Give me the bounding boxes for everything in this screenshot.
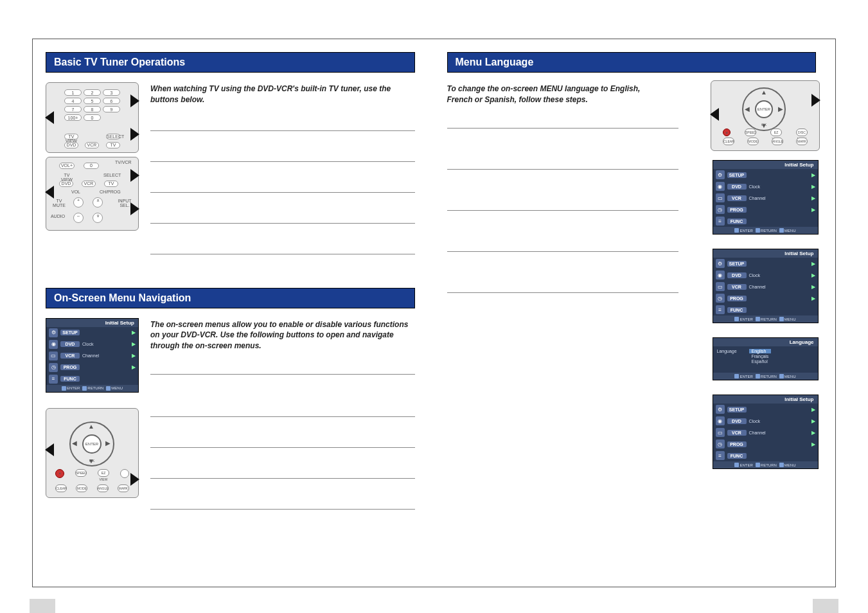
sliders-icon: ≡ <box>716 217 725 226</box>
clock-icon: ◷ <box>716 205 725 214</box>
up-arrow-icon: ▲ <box>88 423 94 430</box>
remote-volume-illustration: VOL+ 0 TV/VCR TV VIEW SELECT DVD VCR TV … <box>46 157 139 231</box>
vol-plus-pill: VOL+ <box>59 163 75 169</box>
osd-footer-menu: MENU <box>784 229 796 233</box>
sliders-icon: ≡ <box>716 451 725 460</box>
page-tab-right <box>813 599 838 613</box>
blank-line <box>150 431 415 448</box>
osd-tab-setup: SETUP <box>727 261 747 267</box>
left-arrow-icon: ◀ <box>745 105 750 112</box>
osd-tab-dvd: DVD <box>727 418 747 424</box>
osd-tab-vcr: VCR <box>727 284 747 290</box>
section2-intro-row: Initial Setup ⚙SETUP▶ ◉DVDClock▶ ▭VCRCha… <box>46 318 415 524</box>
play-icon: ▶ <box>811 284 815 290</box>
minus-button: – <box>73 213 84 223</box>
osd-footer-menu: MENU <box>784 463 796 467</box>
mode-button: MODE <box>747 138 759 145</box>
clock-icon: ◷ <box>49 363 58 372</box>
mark-button: MARK <box>796 138 808 145</box>
key-4: 4 <box>64 98 82 104</box>
lang-option-francais: Français <box>749 354 772 359</box>
angle-button: ANGLE <box>772 138 783 145</box>
left-page: Basic TV Tuner Operations 1 2 3 4 5 6 7 <box>33 39 434 587</box>
dvd-pill-2: DVD <box>59 181 73 187</box>
osd-item-clock: Clock <box>82 342 129 346</box>
clock-icon: ◷ <box>716 440 725 449</box>
tape-icon: ▭ <box>716 428 725 437</box>
lang-option-english: English <box>749 349 772 353</box>
callout-arrow-icon <box>130 94 139 107</box>
callout-arrow-icon <box>130 169 139 182</box>
blank-line <box>150 207 415 224</box>
play-icon: ▶ <box>811 430 815 436</box>
disc-icon: ◉ <box>49 340 58 349</box>
osd-header: Initial Setup <box>713 395 818 404</box>
osd-item-clock: Clock <box>749 184 809 189</box>
gear-icon: ⚙ <box>716 405 725 414</box>
right-page: Menu Language To change the on-screen ME… <box>434 39 836 587</box>
callout-arrow-icon <box>130 473 139 486</box>
lang-option-espanol: Español <box>749 359 772 364</box>
ez-view-button: EZ VIEW <box>98 469 109 477</box>
osd-footer-return: RETURN <box>761 317 777 321</box>
blank-line <box>150 358 415 375</box>
osd-tab-setup: SETUP <box>727 407 747 413</box>
osd-tab-setup: SETUP <box>60 330 80 335</box>
select-label: SELECT <box>106 134 120 139</box>
osd-header: Initial Setup <box>713 161 818 169</box>
zero-pill: 0 <box>84 163 99 169</box>
gear-icon: ⚙ <box>716 259 725 268</box>
key-100plus: 100+ <box>64 114 82 121</box>
callout-arrow-icon <box>811 94 820 107</box>
ch-down-button: ∨ <box>93 213 103 223</box>
callout-arrow-icon <box>45 443 54 456</box>
mode-button: MODE <box>76 484 87 492</box>
blank-line <box>447 235 678 252</box>
blank-line <box>150 176 415 193</box>
sliders-icon: ≡ <box>716 305 725 314</box>
play-icon: ▶ <box>811 407 815 413</box>
osd-footer-enter: ENTER <box>740 229 752 233</box>
key-6: 6 <box>103 98 120 104</box>
blank-line <box>447 194 678 211</box>
osd-footer: ENTER RETURN MENU <box>46 385 138 392</box>
disc-icon: ◉ <box>716 416 725 425</box>
ch-prog-label: CH/PROG <box>100 190 119 195</box>
osd-tab-prog: PROG <box>727 207 747 213</box>
speed-button: SPEED <box>745 129 756 136</box>
osd-language-label: Language <box>717 349 749 364</box>
section1-intro-text: When watching TV using the DVD-VCR's bui… <box>150 82 415 105</box>
tape-icon: ▭ <box>49 351 58 360</box>
mark-button: MARK <box>118 484 129 492</box>
osd-tab-vcr: VCR <box>60 353 80 359</box>
tv-view-label: TV VIEW <box>64 134 78 139</box>
play-icon: ▶ <box>132 330 136 335</box>
osd-footer-menu: MENU <box>784 375 796 378</box>
audio-label: AUDIO <box>50 214 66 220</box>
osd-tab-prog: PROG <box>727 441 747 447</box>
osd-footer-enter: ENTER <box>740 375 752 378</box>
down-arrow-icon: ▼ <box>88 458 94 465</box>
play-icon: ▶ <box>811 184 815 190</box>
vcr-pill-2: VCR <box>82 181 96 187</box>
right-arrow-icon: ▶ <box>105 440 111 447</box>
osd-initial-setup-left: Initial Setup ⚙SETUP▶ ◉DVDClock▶ ▭VCRCha… <box>46 318 139 393</box>
tv-mute-label: TV MUTE <box>50 199 68 205</box>
osd-footer: ENTER RETURN MENU <box>713 461 818 468</box>
menu-language-intro: To change the on-screen MENU language to… <box>447 82 659 105</box>
osd-footer: ENTER RETURN MENU <box>713 227 818 234</box>
key-0: 0 <box>84 114 101 121</box>
speed-button: SPEED <box>75 469 87 477</box>
disc-menu-button <box>120 469 129 478</box>
play-icon: ▶ <box>132 341 136 347</box>
sliders-icon: ≡ <box>49 375 58 384</box>
key-2: 2 <box>84 89 101 96</box>
select-label-2: SELECT <box>103 173 119 179</box>
osd-item-clock: Clock <box>749 419 809 423</box>
play-icon: ▶ <box>811 195 815 201</box>
osd-tab-func: FUNC <box>727 453 747 459</box>
blank-line <box>150 114 415 131</box>
up-arrow-icon: ▲ <box>761 89 767 96</box>
play-icon: ▶ <box>132 353 136 359</box>
section1-intro-row: 1 2 3 4 5 6 7 8 9 100+ 0 TV VIEW SEL <box>46 82 415 269</box>
